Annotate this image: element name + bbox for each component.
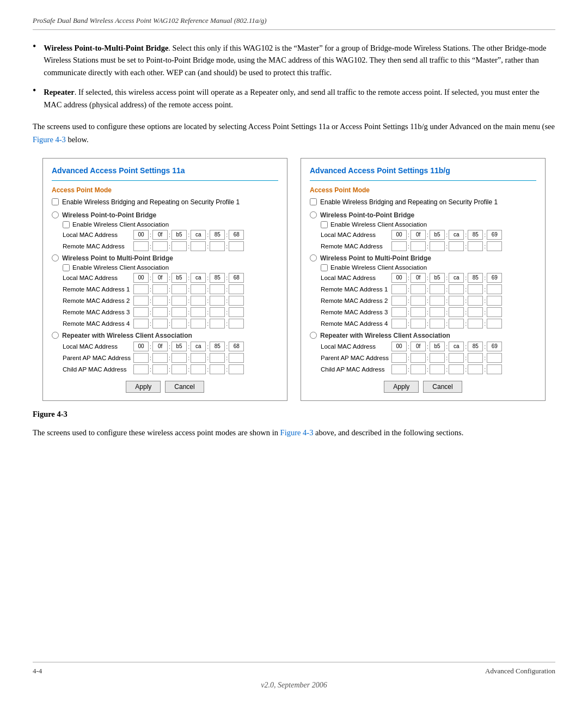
mac-field[interactable] bbox=[449, 319, 464, 328]
mac-field[interactable] bbox=[229, 319, 244, 328]
mac-field[interactable] bbox=[152, 307, 168, 317]
mac-field[interactable] bbox=[191, 353, 206, 363]
mac-field[interactable] bbox=[133, 296, 149, 306]
mac-field[interactable] bbox=[210, 353, 225, 363]
mac-field[interactable] bbox=[133, 364, 149, 374]
mac-field[interactable] bbox=[411, 241, 426, 251]
mac-field[interactable] bbox=[191, 342, 206, 351]
mac-field[interactable] bbox=[191, 319, 206, 328]
mac-field[interactable] bbox=[430, 284, 445, 294]
mac-field[interactable] bbox=[411, 342, 426, 351]
mac-field[interactable] bbox=[487, 307, 502, 317]
mac-field[interactable] bbox=[468, 230, 483, 240]
mac-field[interactable] bbox=[468, 364, 483, 374]
mac-field[interactable] bbox=[171, 241, 187, 251]
mac-field[interactable] bbox=[171, 353, 187, 363]
mac-field[interactable] bbox=[430, 364, 445, 374]
mac-field[interactable] bbox=[229, 230, 244, 240]
mac-field[interactable] bbox=[430, 353, 445, 363]
mac-field[interactable] bbox=[191, 273, 206, 283]
mac-field[interactable] bbox=[468, 296, 483, 306]
mac-field[interactable] bbox=[487, 353, 502, 363]
panel-11bg-m2-checkbox[interactable] bbox=[321, 264, 328, 271]
mac-field[interactable] bbox=[171, 284, 187, 294]
panel-11a-apply-button[interactable]: Apply bbox=[126, 381, 161, 393]
mac-field[interactable] bbox=[487, 319, 502, 328]
mac-field[interactable] bbox=[391, 241, 407, 251]
closing-figure-ref[interactable]: Figure 4-3 bbox=[280, 428, 314, 437]
mac-field[interactable] bbox=[487, 230, 502, 240]
mac-field[interactable] bbox=[449, 284, 464, 294]
mac-field[interactable] bbox=[487, 241, 502, 251]
mac-field[interactable] bbox=[468, 342, 483, 351]
mac-field[interactable] bbox=[171, 342, 187, 351]
mac-field[interactable] bbox=[449, 364, 464, 374]
mac-field[interactable] bbox=[487, 342, 502, 351]
mac-field[interactable] bbox=[133, 307, 149, 317]
mac-field[interactable] bbox=[152, 273, 168, 283]
mac-field[interactable] bbox=[133, 230, 149, 240]
mac-field[interactable] bbox=[152, 364, 168, 374]
mac-field[interactable] bbox=[152, 342, 168, 351]
mac-field[interactable] bbox=[152, 241, 168, 251]
mac-field[interactable] bbox=[210, 296, 225, 306]
panel-11bg-radio-1[interactable] bbox=[310, 211, 317, 218]
mac-field[interactable] bbox=[229, 273, 244, 283]
mac-field[interactable] bbox=[391, 273, 407, 283]
panel-11a-enable-checkbox[interactable] bbox=[52, 198, 59, 205]
mac-field[interactable] bbox=[171, 273, 187, 283]
mac-field[interactable] bbox=[468, 273, 483, 283]
mac-field[interactable] bbox=[487, 284, 502, 294]
mac-field[interactable] bbox=[411, 319, 426, 328]
panel-11a-radio-2[interactable] bbox=[52, 254, 59, 261]
mac-field[interactable] bbox=[229, 353, 244, 363]
mac-field[interactable] bbox=[411, 307, 426, 317]
mac-field[interactable] bbox=[152, 284, 168, 294]
mac-field[interactable] bbox=[152, 319, 168, 328]
mac-field[interactable] bbox=[171, 319, 187, 328]
mac-field[interactable] bbox=[449, 342, 464, 351]
mac-field[interactable] bbox=[133, 241, 149, 251]
mac-field[interactable] bbox=[133, 273, 149, 283]
mac-field[interactable] bbox=[191, 241, 206, 251]
mac-field[interactable] bbox=[411, 353, 426, 363]
mac-field[interactable] bbox=[133, 342, 149, 351]
mac-field[interactable] bbox=[430, 296, 445, 306]
mac-field[interactable] bbox=[229, 241, 244, 251]
mac-field[interactable] bbox=[411, 296, 426, 306]
panel-11a-radio-1[interactable] bbox=[52, 211, 59, 218]
mac-field[interactable] bbox=[430, 307, 445, 317]
mac-field[interactable] bbox=[210, 364, 225, 374]
panel-11bg-cancel-button[interactable]: Cancel bbox=[423, 381, 462, 393]
panel-11bg-enable-checkbox[interactable] bbox=[310, 198, 317, 205]
mac-field[interactable] bbox=[210, 230, 225, 240]
mac-field[interactable] bbox=[430, 241, 445, 251]
mac-field[interactable] bbox=[152, 230, 168, 240]
mac-field[interactable] bbox=[449, 273, 464, 283]
mac-field[interactable] bbox=[391, 284, 407, 294]
mac-field[interactable] bbox=[487, 364, 502, 374]
mac-field[interactable] bbox=[468, 241, 483, 251]
mac-field[interactable] bbox=[411, 364, 426, 374]
mac-field[interactable] bbox=[391, 296, 407, 306]
mac-field[interactable] bbox=[152, 296, 168, 306]
mac-field[interactable] bbox=[391, 319, 407, 328]
panel-11bg-apply-button[interactable]: Apply bbox=[384, 381, 419, 393]
mac-field[interactable] bbox=[229, 364, 244, 374]
mac-field[interactable] bbox=[210, 307, 225, 317]
mac-field[interactable] bbox=[133, 284, 149, 294]
mac-field[interactable] bbox=[210, 319, 225, 328]
mac-field[interactable] bbox=[152, 353, 168, 363]
mac-field[interactable] bbox=[487, 273, 502, 283]
mac-field[interactable] bbox=[191, 307, 206, 317]
mac-field[interactable] bbox=[391, 353, 407, 363]
mac-field[interactable] bbox=[391, 364, 407, 374]
mac-field[interactable] bbox=[449, 307, 464, 317]
panel-11bg-radio-3[interactable] bbox=[310, 332, 317, 339]
mac-field[interactable] bbox=[487, 296, 502, 306]
mac-field[interactable] bbox=[229, 307, 244, 317]
mac-field[interactable] bbox=[191, 284, 206, 294]
mac-field[interactable] bbox=[411, 230, 426, 240]
mac-field[interactable] bbox=[171, 364, 187, 374]
mac-field[interactable] bbox=[468, 319, 483, 328]
